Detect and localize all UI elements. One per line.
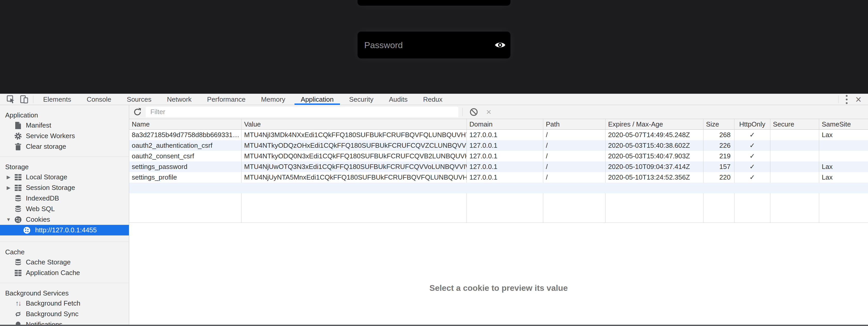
tab-audits[interactable]: Audits — [381, 94, 415, 105]
sidebar-item-session-storage[interactable]: ▶ Session Storage — [0, 182, 129, 193]
collapse-arrow-icon[interactable]: ▼ — [4, 217, 13, 222]
column-header-value[interactable]: Value — [242, 119, 467, 129]
delete-selected-button[interactable]: × — [481, 105, 496, 119]
cookie-expires[interactable]: 2020-05-10T13:24:52.356Z — [606, 172, 704, 183]
cookie-domain[interactable]: 127.0.0.1 — [467, 151, 543, 161]
cookie-domain[interactable]: 127.0.0.1 — [467, 130, 543, 140]
sidebar-item-application-cache[interactable]: Application Cache — [0, 268, 129, 278]
sidebar-item-indexeddb[interactable]: IndexedDB — [0, 193, 129, 203]
cookie-expires[interactable]: 2020-05-03T15:40:47.903Z — [606, 151, 704, 161]
cookie-value[interactable]: MTU4NjUyNTA5MnxEdi1CQkFFQ180SUFBUkFCRUFB… — [242, 172, 467, 183]
sidebar-item-cookies[interactable]: ▼ Cookies — [0, 214, 129, 225]
cookie-row[interactable]: oauth2_consent_csrf MTU4NTkyODQ0N3xEdi1C… — [129, 151, 868, 161]
up-down-arrows-icon: ↑↓ — [13, 299, 23, 307]
devtools-close-button[interactable]: × — [852, 94, 864, 105]
column-header-name[interactable]: Name — [129, 119, 242, 129]
cookie-value[interactable]: MTU4NjUwOTQ3N3xEdi1CQkFFQ180SUFBUkFCRUFC… — [242, 161, 467, 172]
cookie-httponly-check[interactable]: ✓ — [735, 172, 770, 183]
cookie-path[interactable]: / — [543, 161, 606, 172]
tab-performance[interactable]: Performance — [199, 94, 253, 105]
column-header-size[interactable]: Size — [704, 119, 735, 129]
cookie-domain[interactable]: 127.0.0.1 — [467, 172, 543, 183]
tab-elements[interactable]: Elements — [35, 94, 79, 105]
cookie-size[interactable]: 157 — [704, 161, 735, 172]
tab-memory[interactable]: Memory — [253, 94, 293, 105]
tab-redux[interactable]: Redux — [415, 94, 450, 105]
sidebar-item-local-storage[interactable]: ▶ Local Storage — [0, 172, 129, 182]
expand-arrow-icon[interactable]: ▶ — [4, 185, 13, 191]
cookie-domain[interactable]: 127.0.0.1 — [467, 161, 543, 172]
cookie-name[interactable]: oauth2_authentication_csrf — [129, 140, 242, 151]
sidebar-item-label: IndexedDB — [26, 194, 59, 202]
sidebar-item-cookie-origin-selected[interactable]: http://127.0.0.1:4455 — [0, 225, 129, 236]
cookie-name[interactable]: settings_password — [129, 161, 242, 172]
cookie-row[interactable]: settings_profile MTU4NjUyNTA5MnxEdi1CQkF… — [129, 172, 868, 183]
sidebar-item-cache-storage[interactable]: Cache Storage — [0, 257, 129, 268]
cookie-row[interactable]: 8a3d27185b49d7758d8bb669331… MTU4NjI3MDk… — [129, 130, 868, 140]
cookie-secure[interactable] — [770, 172, 819, 183]
sidebar-item-manifest[interactable]: Manifest — [0, 120, 129, 131]
cookie-httponly-check[interactable]: ✓ — [735, 130, 770, 140]
sidebar-item-background-sync[interactable]: Background Sync — [0, 309, 129, 319]
devtools-menu-button[interactable] — [841, 94, 852, 105]
column-header-expires[interactable]: Expires / Max-Age — [606, 119, 704, 129]
cookie-path[interactable]: / — [543, 140, 606, 151]
username-field-partial[interactable] — [358, 0, 510, 6]
sidebar-item-service-workers[interactable]: Service Workers — [0, 131, 129, 141]
password-visibility-toggle[interactable] — [490, 32, 510, 58]
cookie-value[interactable]: MTU4NjI3MDk4NXxEdi1CQkFFQ180SUFBUkFCRUFB… — [242, 130, 467, 140]
cookie-samesite[interactable]: Lax — [819, 161, 868, 172]
cookie-samesite[interactable] — [819, 151, 868, 161]
tab-network[interactable]: Network — [159, 94, 199, 105]
column-header-httponly[interactable]: HttpOnly — [735, 119, 770, 129]
cookie-filter-input[interactable] — [146, 107, 458, 117]
cookie-secure[interactable] — [770, 161, 819, 172]
cookie-size[interactable]: 219 — [704, 151, 735, 161]
tab-security[interactable]: Security — [342, 94, 381, 105]
sidebar-item-clear-storage[interactable]: Clear storage — [0, 141, 129, 152]
cookie-secure[interactable] — [770, 151, 819, 161]
cookie-size[interactable]: 220 — [704, 172, 735, 183]
column-header-samesite[interactable]: SameSite — [819, 119, 868, 129]
cookie-name[interactable]: settings_profile — [129, 172, 242, 183]
cookie-expires[interactable]: 2020-05-10T09:04:37.414Z — [606, 161, 704, 172]
tab-console[interactable]: Console — [79, 94, 119, 105]
expand-arrow-icon[interactable]: ▶ — [4, 174, 13, 180]
cookie-row[interactable]: oauth2_authentication_csrf MTU4NTkyODQzO… — [129, 140, 868, 151]
column-header-domain[interactable]: Domain — [467, 119, 543, 129]
device-toolbar-button[interactable] — [18, 94, 31, 105]
column-header-path[interactable]: Path — [543, 119, 606, 129]
tab-sources[interactable]: Sources — [119, 94, 159, 105]
column-header-secure[interactable]: Secure — [770, 119, 819, 129]
password-field[interactable] — [358, 32, 510, 58]
cookie-path[interactable]: / — [543, 151, 606, 161]
tab-application[interactable]: Application — [293, 94, 341, 105]
password-input[interactable] — [358, 40, 490, 50]
cookie-value[interactable]: MTU4NTkyODQ0N3xEdi1CQkFFQ180SUFBUkFCRUFC… — [242, 151, 467, 161]
cookie-size[interactable]: 226 — [704, 140, 735, 151]
inspect-element-button[interactable] — [4, 94, 18, 105]
cookie-secure[interactable] — [770, 130, 819, 140]
cookie-samesite[interactable]: Lax — [819, 130, 868, 140]
refresh-button[interactable] — [129, 105, 146, 119]
cookie-value[interactable]: MTU4NTkyODQzOHxEdi1CQkFFQ180SUFBUkFCRUFC… — [242, 140, 467, 151]
clear-all-cookies-button[interactable] — [466, 105, 481, 119]
sidebar-item-background-fetch[interactable]: ↑↓ Background Fetch — [0, 298, 129, 309]
cookie-httponly-check[interactable]: ✓ — [735, 161, 770, 172]
cookie-name[interactable]: 8a3d27185b49d7758d8bb669331… — [129, 130, 242, 140]
cookie-samesite[interactable] — [819, 140, 868, 151]
section-title-cache: Cache — [0, 242, 129, 257]
cookie-expires[interactable]: 2020-05-07T14:49:45.248Z — [606, 130, 704, 140]
cookie-row[interactable]: settings_password MTU4NjUwOTQ3N3xEdi1CQk… — [129, 161, 868, 172]
cookie-secure[interactable] — [770, 140, 819, 151]
cookie-domain[interactable]: 127.0.0.1 — [467, 140, 543, 151]
cookie-samesite[interactable]: Lax — [819, 172, 868, 183]
cookie-path[interactable]: / — [543, 130, 606, 140]
cookie-name[interactable]: oauth2_consent_csrf — [129, 151, 242, 161]
cookie-httponly-check[interactable]: ✓ — [735, 151, 770, 161]
cookie-httponly-check[interactable]: ✓ — [735, 140, 770, 151]
sidebar-item-web-sql[interactable]: Web SQL — [0, 203, 129, 214]
cookie-size[interactable]: 268 — [704, 130, 735, 140]
cookie-path[interactable]: / — [543, 172, 606, 183]
cookie-expires[interactable]: 2020-05-03T15:40:38.602Z — [606, 140, 704, 151]
